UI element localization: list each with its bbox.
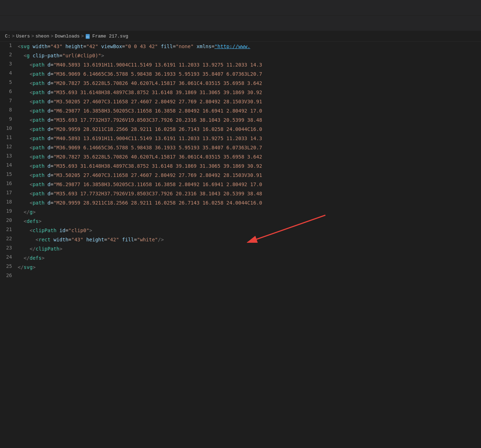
- code-line-26: 26: [0, 272, 481, 281]
- line-num-1: 1: [0, 42, 18, 48]
- code-line-18: 18 <path d="M20.9959 28.9211C18.2566 28.…: [0, 198, 481, 207]
- breadcrumb-users[interactable]: Users: [16, 34, 30, 39]
- code-line-5: 5 <path d="M20.7827 35.6228L5.70826 40.6…: [0, 79, 481, 88]
- breadcrumb-filename: Frame 217.svg: [92, 34, 128, 39]
- code-line-10: 10 <path d="M20.9959 28.9211C18.2566 28.…: [0, 125, 481, 134]
- line-num-2: 2: [0, 52, 18, 57]
- code-line-25: 25 </svg>: [0, 263, 481, 272]
- code-line-13: 13 <path d="M20.7827 35.6228L5.70826 40.…: [0, 152, 481, 161]
- code-line-24: 24 </defs>: [0, 253, 481, 263]
- code-line-22: 22 <rect width="43" height="42" fill="wh…: [0, 235, 481, 244]
- code-line-9: 9 <path d="M35.693 17.7732H37.7926V19.85…: [0, 115, 481, 125]
- breadcrumb-sep-1: >: [12, 34, 15, 39]
- code-line-8: 8 <path d="M6.29877 16.3858H3.50205C3.11…: [0, 106, 481, 115]
- breadcrumb-sheon[interactable]: sheon: [35, 34, 49, 39]
- code-line-19: 19 </g>: [0, 207, 481, 217]
- breadcrumb-sep-2: >: [31, 34, 34, 39]
- code-line-6: 6 <path d="M35.693 31.6148H38.4897C38.87…: [0, 88, 481, 97]
- code-line-4: 4 <path d="M36.9069 6.14665C36.5788 5.98…: [0, 69, 481, 79]
- tab-bar: [0, 0, 481, 16]
- code-line-23: 23 </clipPath>: [0, 244, 481, 253]
- code-line-11: 11 <path d="M40.5893 13.6191H11.9004C11.…: [0, 134, 481, 143]
- code-line-20: 20 <defs>: [0, 217, 481, 226]
- code-line-7: 7 <path d="M3.50205 27.4607C3.11658 27.4…: [0, 97, 481, 106]
- tab-bar: [0, 16, 481, 31]
- breadcrumb-sep-3: >: [51, 34, 53, 39]
- code-line-21: 21 <clipPath id="clip0">: [0, 226, 481, 235]
- breadcrumb-c[interactable]: C:: [5, 34, 11, 39]
- code-line-15: 15 <path d="M3.50205 27.4607C3.11658 27.…: [0, 171, 481, 180]
- code-line-2: 2 <g clip-path="url(#clip0)">: [0, 51, 481, 60]
- line-content-1: <svg width="43" height="42" viewBox="0 0…: [18, 42, 481, 50]
- editor-area: 1 <svg width="43" height="42" viewBox="0…: [0, 42, 481, 281]
- code-line-14: 14 <path d="M35.693 31.6148H38.4897C38.8…: [0, 161, 481, 171]
- code-line-3: 3 <path d="M40.5893 13.6191H11.9004C11.5…: [0, 60, 481, 69]
- code-line-17: 17 <path d="M35.693 17.7732H37.7926V19.8…: [0, 189, 481, 198]
- line-content-2: <g clip-path="url(#clip0)">: [18, 52, 481, 59]
- breadcrumb-downloads[interactable]: Downloads: [55, 34, 80, 39]
- code-line-1: 1 <svg width="43" height="42" viewBox="0…: [0, 42, 481, 51]
- breadcrumb-file-icon: SVG: [85, 34, 90, 39]
- svg-text:SVG: SVG: [86, 36, 89, 38]
- code-line-12: 12 <path d="M36.9069 6.14665C36.5788 5.9…: [0, 143, 481, 152]
- breadcrumb: C: > Users > sheon > Downloads > SVG Fra…: [0, 31, 481, 42]
- breadcrumb-sep-4: >: [81, 34, 84, 39]
- code-line-16: 16 <path d="M6.29877 16.3858H3.50205C3.1…: [0, 180, 481, 189]
